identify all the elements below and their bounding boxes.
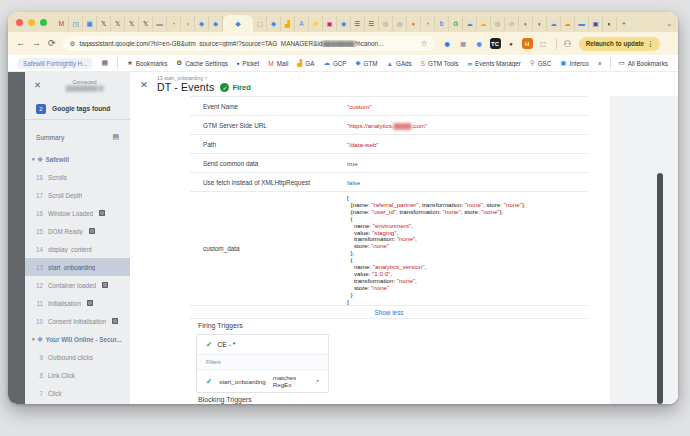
pinned-tab[interactable]: ▟ — [281, 16, 295, 31]
pinned-tab[interactable]: ☁ — [463, 16, 477, 31]
sidebar-event-item[interactable]: 16Window Loaded — [25, 204, 130, 222]
bookmark-item[interactable]: MMail — [268, 60, 288, 67]
pinned-tab[interactable]: ▬ — [153, 16, 167, 31]
bookmark-item[interactable]: ⚲GSC — [530, 59, 551, 67]
pinned-tab[interactable]: ◆ — [267, 16, 281, 31]
profile-avatar-icon[interactable]: ⚇ — [564, 39, 572, 49]
bookmarks-overflow-chevron[interactable]: » — [598, 60, 602, 67]
pinned-tab[interactable]: ♦ — [407, 16, 421, 31]
tab-search-chevron-icon[interactable]: ⌄ — [666, 20, 672, 28]
pinned-tab[interactable]: ☁ — [561, 16, 575, 31]
pinned-tab[interactable]: ◔ — [167, 16, 181, 31]
sidebar-event-item[interactable]: 18Scrolls — [25, 168, 130, 186]
pinned-tab[interactable]: ◗ — [519, 16, 533, 31]
pinned-tab[interactable]: 𝕏 — [125, 16, 139, 31]
back-button[interactable]: ← — [16, 39, 25, 48]
pinned-tab[interactable]: ◆ — [209, 16, 223, 31]
pinned-tab[interactable]: ▣ — [323, 16, 337, 31]
pinned-tab[interactable]: ▬ — [575, 16, 589, 31]
pinned-tab[interactable]: 𝕏 — [139, 16, 153, 31]
pinned-tab[interactable]: ▣ — [589, 16, 603, 31]
bookmark-item[interactable]: ▣Intercom — [560, 59, 589, 67]
pinned-tab[interactable]: ▢ — [253, 16, 267, 31]
extension-outline-icon[interactable]: ⬚ — [538, 38, 549, 49]
pinned-tab[interactable]: ☰ — [365, 16, 379, 31]
apps-grid-icon[interactable]: ▦ — [101, 59, 108, 67]
show-less-link[interactable]: Show less — [190, 305, 588, 319]
pinned-tab[interactable]: ◳ — [69, 16, 83, 31]
pinned-tab[interactable]: ◔ — [421, 16, 435, 31]
pinned-tab[interactable]: ◎ — [393, 16, 407, 31]
pinned-tab[interactable]: A — [295, 16, 309, 31]
extension-h-icon[interactable]: H — [522, 38, 533, 49]
bookmark-star-icon[interactable]: ☆ — [420, 39, 427, 48]
all-bookmarks-button[interactable]: ▭ All Bookmarks — [619, 59, 668, 67]
bookmark-item[interactable]: SGTM Tools — [421, 60, 459, 67]
forward-button[interactable]: → — [32, 39, 41, 48]
pinned-tab[interactable]: b — [435, 16, 449, 31]
new-tab-button[interactable]: + — [617, 16, 631, 31]
sidebar-event-item[interactable]: 12Container loaded — [25, 276, 130, 294]
pinned-tab[interactable]: ☰ — [351, 16, 365, 31]
bookmark-item[interactable]: ∞Events Manager — [467, 60, 521, 67]
pinned-tab[interactable]: 𝕏 — [97, 16, 111, 31]
filter-row[interactable]: ✓ start_onboarding matches RegEx .* — [197, 370, 328, 392]
close-window-button[interactable] — [16, 19, 23, 26]
pinned-tab[interactable]: ◑ — [181, 16, 195, 31]
sidebar-event-item[interactable]: 10Consent Initialisation — [25, 312, 130, 330]
pinned-tab[interactable]: ◉ — [337, 16, 351, 31]
sidebar-event-item[interactable]: 17Scroll Depth — [25, 186, 130, 204]
sidebar-event-item[interactable]: 11Initialisation — [25, 294, 130, 312]
bookmark-item[interactable]: ⚙Cache Settings — [176, 59, 228, 67]
pinned-tab[interactable]: ◎ — [491, 16, 505, 31]
extension-blue-circle-icon[interactable]: ◉ — [442, 38, 453, 49]
sidebar-event-item[interactable]: 9Outbound clicks — [25, 348, 130, 366]
close-debug-icon[interactable]: ✕ — [34, 80, 41, 90]
extension-tc-icon[interactable]: TC — [490, 38, 501, 49]
minimize-window-button[interactable] — [28, 19, 35, 26]
pinned-tab[interactable]: M — [55, 16, 69, 31]
pinned-tab[interactable]: ☁ — [547, 16, 561, 31]
sidebar-group[interactable]: ▾◆Safewill — [25, 150, 130, 168]
pinned-tab[interactable]: ⚡ — [309, 16, 323, 31]
bookmark-item[interactable]: ▪Picket — [237, 60, 259, 67]
vertical-scrollbar[interactable] — [657, 173, 663, 404]
extension-blue-dot-icon[interactable]: ◉ — [474, 38, 485, 49]
pinned-tab[interactable]: ◗ — [533, 16, 547, 31]
pinned-tab[interactable]: ◆ — [195, 16, 209, 31]
pinned-tab[interactable]: ◐ — [603, 16, 617, 31]
pinned-tab[interactable]: ▦ — [83, 16, 97, 31]
sidebar-group[interactable]: ▾◆Your Will Online - Secur... — [25, 330, 130, 348]
trigger-row[interactable]: ✓ CE - * — [197, 335, 328, 355]
kebab-menu-icon[interactable]: ⋮ — [647, 40, 653, 47]
relaunch-to-update-button[interactable]: Relaunch to update ⋮ — [579, 37, 661, 51]
sidebar-event-item[interactable]: 15DOM Ready — [25, 222, 130, 240]
active-tab[interactable]: ◆ — [223, 15, 253, 32]
reload-button[interactable]: ⟳ — [48, 39, 56, 48]
google-tags-found-row[interactable]: 2 Google tags found — [25, 98, 130, 120]
sidebar-event-item[interactable]: 7Click — [25, 384, 130, 402]
extension-maroon-icon[interactable]: ● — [506, 38, 517, 49]
bookmark-item[interactable]: ▲GAds — [387, 60, 412, 67]
address-bar[interactable]: ⚙ tagassistant.google.com/?hl=en-GB&utm_… — [63, 36, 435, 51]
pinned-tab[interactable]: ☁ — [477, 16, 491, 31]
bookmark-item[interactable]: ★Bookmarks — [127, 59, 167, 67]
bookmark-item[interactable]: ▟GA — [297, 59, 314, 67]
chevron-down-icon[interactable]: ▾ — [32, 336, 35, 342]
summary-row[interactable]: Summary ▤ — [25, 128, 130, 146]
tab-group-chip[interactable]: Safewill Fortnightly H... — [18, 58, 92, 69]
sidebar-event-item[interactable]: 14display_content — [25, 240, 130, 258]
zoom-window-button[interactable] — [40, 19, 47, 26]
chevron-down-icon[interactable]: ▾ — [32, 156, 35, 162]
pinned-tab[interactable]: 𝕏 — [111, 16, 125, 31]
extension-gray-grid-icon[interactable]: ▦ — [458, 38, 469, 49]
bookmark-item[interactable]: ☁GCP — [323, 59, 346, 67]
site-settings-icon[interactable]: ⚙ — [70, 40, 76, 48]
pinned-tab[interactable]: ⊘ — [505, 16, 519, 31]
pinned-tab[interactable]: ◎ — [379, 16, 393, 31]
sidebar-event-item[interactable]: 13start_onboarding — [25, 258, 130, 276]
sidebar-event-item[interactable]: 8Link Click — [25, 366, 130, 384]
filter-list-icon[interactable]: ▤ — [112, 133, 119, 141]
bookmark-item[interactable]: ◆GTM — [356, 59, 378, 67]
pinned-tab[interactable]: ♻ — [449, 16, 463, 31]
